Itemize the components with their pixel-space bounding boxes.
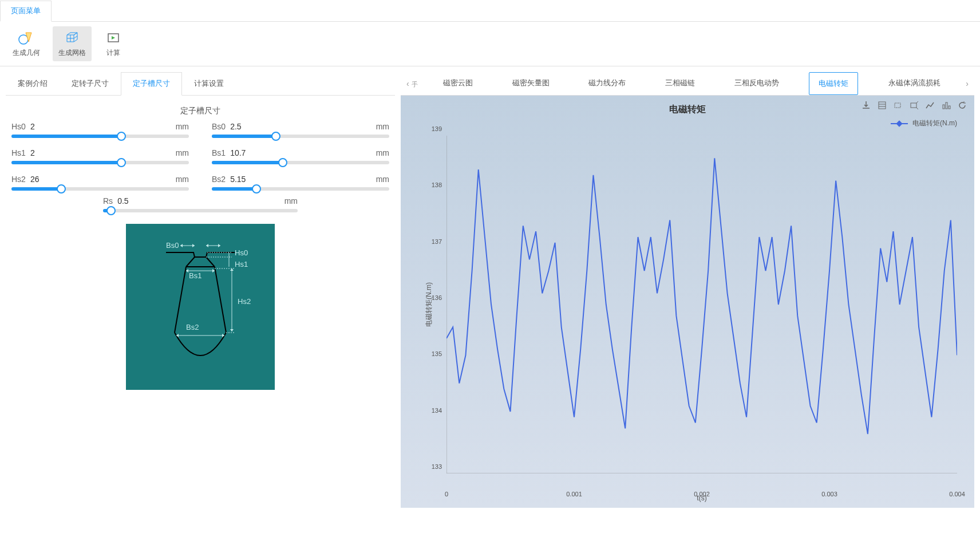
compute-icon bbox=[104, 30, 122, 46]
slider-Bs0: Bs0 2.5 mm bbox=[212, 122, 389, 138]
chart-area: 电磁转矩 电磁转矩(N.m) 电磁转矩(N.m) 133134135136137… bbox=[401, 96, 974, 508]
chart-tab-2[interactable]: 磁力线分布 bbox=[579, 72, 635, 95]
x-tick: 0.001 bbox=[566, 491, 582, 497]
chart-tab-4[interactable]: 三相反电动势 bbox=[725, 72, 788, 95]
toolbar: 生成几何 生成网格 计算 bbox=[0, 22, 980, 66]
tab-1[interactable]: 定转子尺寸 bbox=[60, 72, 121, 95]
chart-tab-0[interactable]: 磁密云图 bbox=[434, 72, 482, 95]
slider-thumb[interactable] bbox=[271, 132, 280, 141]
slider-Bs2: Bs2 5.15 mm bbox=[212, 175, 389, 191]
slider-value: 2 bbox=[30, 148, 176, 157]
legend-label: 电磁转矩(N.m) bbox=[912, 119, 957, 128]
top-bar: 页面菜单 bbox=[0, 0, 980, 22]
tabs-prev-arrow[interactable]: ‹ 手 bbox=[401, 74, 424, 93]
svg-rect-17 bbox=[911, 103, 916, 108]
svg-rect-19 bbox=[946, 102, 947, 109]
slider-unit: mm bbox=[176, 122, 189, 131]
zoom-icon[interactable] bbox=[893, 100, 903, 110]
svg-rect-20 bbox=[949, 106, 950, 109]
slider-value: 26 bbox=[30, 175, 176, 184]
slider-track[interactable] bbox=[11, 135, 189, 138]
slider-thumb[interactable] bbox=[117, 158, 126, 167]
bar-chart-icon[interactable] bbox=[941, 100, 951, 110]
chart-tab-5[interactable]: 电磁转矩 bbox=[809, 72, 858, 95]
tab-0[interactable]: 案例介绍 bbox=[6, 72, 60, 95]
y-tick: 136 bbox=[432, 294, 442, 301]
section-title: 定子槽尺寸 bbox=[6, 96, 395, 122]
diag-bs2-label: Bs2 bbox=[186, 323, 199, 331]
refresh-icon[interactable] bbox=[957, 100, 967, 110]
slider-unit: mm bbox=[376, 148, 389, 157]
slider-thumb[interactable] bbox=[117, 132, 126, 141]
chart-tab-3[interactable]: 三相磁链 bbox=[656, 72, 704, 95]
mesh-icon bbox=[63, 30, 81, 46]
chart-tab-6[interactable]: 永磁体涡流损耗 bbox=[879, 72, 950, 95]
geometry-icon bbox=[17, 30, 35, 46]
slider-label: Bs1 bbox=[212, 148, 226, 157]
svg-rect-18 bbox=[943, 105, 945, 109]
sliders-grid: Hs0 2 mm Bs0 2.5 mm Hs1 2 mm Bs1 bbox=[6, 122, 395, 196]
slider-value: 2 bbox=[30, 122, 176, 131]
svg-rect-13 bbox=[879, 102, 886, 109]
slider-thumb[interactable] bbox=[106, 206, 116, 215]
slider-thumb[interactable] bbox=[57, 184, 66, 193]
y-tick: 135 bbox=[432, 350, 442, 357]
slider-Hs0: Hs0 2 mm bbox=[11, 122, 189, 138]
data-view-icon[interactable] bbox=[877, 100, 887, 110]
diag-hs0-label: Hs0 bbox=[235, 248, 248, 257]
slider-track[interactable] bbox=[103, 209, 298, 212]
download-icon[interactable] bbox=[861, 100, 871, 110]
diag-bs1-label: Bs1 bbox=[189, 271, 201, 280]
slider-unit: mm bbox=[376, 122, 389, 131]
slider-unit: mm bbox=[176, 175, 189, 184]
y-tick: 139 bbox=[432, 125, 442, 132]
tab-3[interactable]: 计算设置 bbox=[182, 72, 236, 95]
tab-2[interactable]: 定子槽尺寸 bbox=[121, 72, 182, 96]
y-tick: 138 bbox=[432, 181, 442, 188]
slider-track[interactable] bbox=[11, 161, 189, 164]
chart-toolbar bbox=[861, 100, 967, 110]
slider-label: Rs bbox=[103, 196, 113, 206]
main-content: 案例介绍定转子尺寸定子槽尺寸计算设置 定子槽尺寸 Hs0 2 mm Bs0 2.… bbox=[0, 66, 980, 514]
gen-geometry-button[interactable]: 生成几何 bbox=[7, 26, 46, 61]
slider-label: Bs2 bbox=[212, 175, 226, 184]
slider-track[interactable] bbox=[212, 187, 389, 191]
y-tick: 137 bbox=[432, 238, 442, 245]
slider-track[interactable] bbox=[11, 187, 189, 191]
slider-track[interactable] bbox=[212, 135, 389, 138]
compute-button[interactable]: 计算 bbox=[98, 26, 128, 61]
slider-thumb[interactable] bbox=[252, 184, 261, 193]
compute-label: 计算 bbox=[106, 48, 120, 58]
slider-thumb[interactable] bbox=[278, 158, 287, 167]
right-panel: ‹ 手 磁密云图磁密矢量图磁力线分布三相磁链三相反电动势电磁转矩永磁体涡流损耗 … bbox=[401, 72, 974, 508]
slider-value: 0.5 bbox=[117, 196, 284, 206]
plot-area[interactable]: 电磁转矩(N.m) 133134135136137138139 00.0010.… bbox=[446, 136, 957, 473]
slider-label: Hs0 bbox=[11, 122, 26, 131]
slider-Rs: Rs 0.5 mm bbox=[103, 196, 298, 212]
y-tick: 134 bbox=[432, 407, 442, 414]
slider-unit: mm bbox=[376, 175, 389, 184]
left-tabs: 案例介绍定转子尺寸定子槽尺寸计算设置 bbox=[6, 72, 395, 96]
slider-Hs2: Hs2 26 mm bbox=[11, 175, 189, 191]
page-menu-tab[interactable]: 页面菜单 bbox=[0, 1, 52, 22]
x-tick: 0 bbox=[445, 491, 448, 497]
chart-legend[interactable]: 电磁转矩(N.m) bbox=[891, 119, 957, 128]
legend-marker bbox=[891, 123, 908, 124]
svg-rect-16 bbox=[895, 103, 900, 108]
zoom-reset-icon[interactable] bbox=[909, 100, 919, 110]
slider-label: Hs1 bbox=[11, 148, 26, 157]
x-axis-label: t(s) bbox=[697, 494, 706, 502]
slider-value: 5.15 bbox=[230, 175, 376, 184]
diag-hs2-label: Hs2 bbox=[238, 297, 251, 306]
slider-value: 2.5 bbox=[230, 122, 376, 131]
gen-mesh-button[interactable]: 生成网格 bbox=[53, 26, 92, 61]
slider-label: Hs2 bbox=[11, 175, 26, 184]
x-tick: 0.004 bbox=[949, 491, 965, 497]
tabs-next-arrow[interactable]: › bbox=[960, 74, 974, 93]
slider-track[interactable] bbox=[212, 161, 389, 164]
line-chart-icon[interactable] bbox=[925, 100, 935, 110]
slider-Bs1: Bs1 10.7 mm bbox=[212, 148, 389, 164]
y-tick: 133 bbox=[432, 463, 442, 470]
chart-tab-1[interactable]: 磁密矢量图 bbox=[503, 72, 559, 95]
slider-unit: mm bbox=[176, 148, 189, 157]
